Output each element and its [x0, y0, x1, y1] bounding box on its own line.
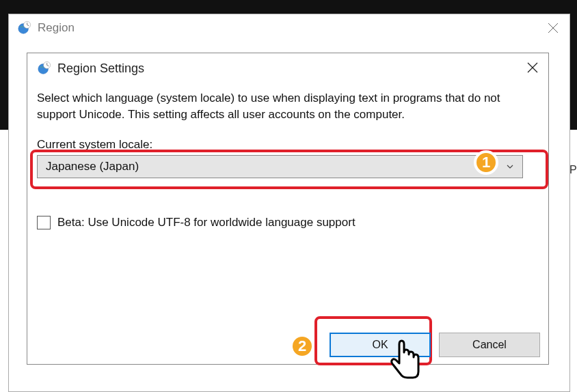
inner-close-button[interactable] [526, 61, 539, 74]
inner-titlebar: Region Settings [27, 53, 548, 83]
outer-titlebar: Region [9, 14, 569, 42]
region-settings-dialog: Region Settings Select which language (s… [27, 53, 549, 365]
beta-utf8-label: Beta: Use Unicode UTF-8 for worldwide la… [57, 216, 355, 229]
description-text: Select which language (system locale) to… [37, 90, 539, 123]
outer-close-button[interactable] [546, 21, 560, 35]
cancel-button[interactable]: Cancel [439, 333, 540, 357]
outer-window-title: Region [38, 21, 75, 35]
chevron-down-icon [506, 163, 514, 171]
background-text-fragment: Pa [569, 164, 577, 176]
globe-clock-icon [37, 61, 52, 76]
locale-value: Japanese (Japan) [46, 160, 139, 173]
locale-label: Current system locale: [37, 138, 539, 152]
system-locale-dropdown[interactable]: Japanese (Japan) [37, 155, 523, 178]
region-window: Region Current language for non-Unicode … [8, 14, 570, 392]
inner-window-title: Region Settings [57, 61, 144, 76]
beta-utf8-checkbox[interactable] [37, 216, 51, 229]
ok-button[interactable]: OK [330, 333, 431, 357]
globe-clock-icon [17, 20, 32, 36]
annotation-marker-2: 2 [290, 334, 314, 359]
